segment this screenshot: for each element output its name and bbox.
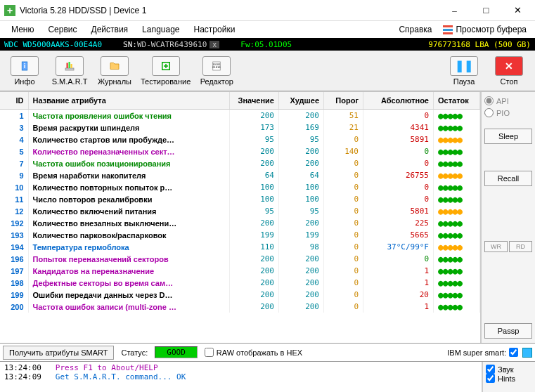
editor-icon: 1010101010 xyxy=(202,56,231,76)
test-tab[interactable]: Тестирование xyxy=(138,55,193,87)
col-worst[interactable]: Худшее xyxy=(279,92,324,110)
menu-item[interactable]: Действия xyxy=(84,22,136,37)
table-row[interactable]: 194Температура гермоблока11098037°C/99°F… xyxy=(0,241,480,253)
svg-rect-4 xyxy=(69,62,70,68)
passp-button[interactable]: Passp xyxy=(484,323,532,339)
pause-button[interactable]: ❚❚ Пауза xyxy=(442,55,486,87)
logs-tab[interactable]: Журналы xyxy=(93,55,136,87)
cell-threshold: 0 xyxy=(324,181,363,193)
cell-absolute: 5891 xyxy=(363,133,434,145)
pio-radio[interactable]: PIO xyxy=(484,108,532,117)
table-row[interactable]: 10Количество повторных попыток р…1001000… xyxy=(0,181,480,193)
cell-value: 95 xyxy=(230,133,279,145)
table-row[interactable]: 5Количество переназначенных сект…2002001… xyxy=(0,145,480,157)
rd-button[interactable]: RD xyxy=(509,241,532,252)
cell-id: 196 xyxy=(0,253,28,265)
cell-name: Количество парковок/распарковок xyxy=(28,229,230,241)
maximize-button[interactable]: □ xyxy=(470,1,502,20)
cell-threshold: 51 xyxy=(324,110,363,122)
table-row[interactable]: 3Время раскрутки шпинделя173169214341●●●… xyxy=(0,122,480,133)
tab-label: Журналы xyxy=(98,77,131,86)
cell-worst: 200 xyxy=(279,277,324,289)
status-bar: Получить атрибуты SMART Статус: GOOD RAW… xyxy=(0,343,535,361)
menu-item[interactable]: Настройки xyxy=(187,22,243,37)
col-absolute[interactable]: Абсолютное xyxy=(363,92,434,110)
info-close-icon[interactable]: x xyxy=(210,41,219,48)
logs-icon xyxy=(101,56,129,76)
cell-value: 95 xyxy=(230,205,279,217)
table-row[interactable]: 7Частота ошибок позиционирования20020000… xyxy=(0,157,480,169)
cell-absolute: 0 xyxy=(363,193,434,205)
api-radio[interactable]: API xyxy=(484,96,532,105)
cell-id: 7 xyxy=(0,157,28,169)
cell-value: 200 xyxy=(230,253,279,265)
ibm-smart-checkbox[interactable]: IBM super smart: xyxy=(447,348,518,357)
cell-worst: 200 xyxy=(279,110,324,122)
col-value[interactable]: Значение xyxy=(230,92,279,110)
table-row[interactable]: 4Количество стартов или пробужде…9595058… xyxy=(0,133,480,145)
cell-worst: 98 xyxy=(279,241,324,253)
view-buffer-label: Просмотр буфера xyxy=(456,25,527,34)
serial-number: WD-WCATR6439610 xyxy=(137,40,207,49)
menu-item[interactable]: Справка xyxy=(392,22,439,37)
sound-checkbox[interactable]: Звук xyxy=(486,365,532,374)
cell-value: 200 xyxy=(230,157,279,169)
col-id[interactable]: ID xyxy=(0,92,28,110)
recall-button[interactable]: Recall xyxy=(484,171,532,186)
wr-button[interactable]: WR xyxy=(484,241,508,252)
cell-id: 11 xyxy=(0,193,28,205)
get-smart-button[interactable]: Получить атрибуты SMART xyxy=(3,346,114,360)
table-scroll[interactable]: 1Частота проявления ошибок чтения2002005… xyxy=(0,110,480,343)
tab-label: Редактор xyxy=(200,77,233,86)
hints-checkbox[interactable]: Hints xyxy=(486,374,532,383)
col-name[interactable]: Название атрибута xyxy=(28,92,230,110)
cell-worst: 64 xyxy=(279,169,324,181)
table-row[interactable]: 199Ошибки передачи данных через D…200200… xyxy=(0,289,480,301)
cell-id: 5 xyxy=(0,145,28,157)
tab-label: Тестирование xyxy=(141,77,191,86)
cell-id: 9 xyxy=(0,169,28,181)
cell-remain: ●●●●● xyxy=(434,169,480,181)
menu-item[interactable]: Сервис xyxy=(41,22,84,37)
cell-worst: 169 xyxy=(279,122,324,133)
raw-hex-checkbox[interactable]: RAW отображать в HEX xyxy=(205,348,302,357)
view-buffer-button[interactable]: Просмотр буфера xyxy=(439,22,531,37)
col-threshold[interactable]: Порог xyxy=(324,92,363,110)
table-row[interactable]: 196Попыток переназначений секторов200200… xyxy=(0,253,480,265)
table-row[interactable]: 12Количество включений питания959505801●… xyxy=(0,205,480,217)
side-panel: API PIO Sleep Recall WR RD Passp xyxy=(482,92,535,343)
table-row[interactable]: 197Кандидатов на переназначение20020001●… xyxy=(0,265,480,277)
cell-name: Кандидатов на переназначение xyxy=(28,265,230,277)
table-row[interactable]: 11Число повторов рекалибровки10010000●●●… xyxy=(0,193,480,205)
editor-tab[interactable]: 1010101010 Редактор xyxy=(195,55,238,87)
smart-tab[interactable]: S.M.A.R.T xyxy=(48,55,91,87)
cell-value: 110 xyxy=(230,241,279,253)
table-row[interactable]: 198Дефектные секторы во время сам…200200… xyxy=(0,277,480,289)
sn-label: SN: xyxy=(123,40,137,49)
table-row[interactable]: 1Частота проявления ошибок чтения2002005… xyxy=(0,110,480,122)
col-remain[interactable]: Остаток xyxy=(434,92,480,110)
table-row[interactable]: 192Количество внезапных выключени…200200… xyxy=(0,217,480,229)
svg-rect-3 xyxy=(67,63,68,68)
minimize-button[interactable]: – xyxy=(439,1,470,20)
cell-absolute: 225 xyxy=(363,217,434,229)
cell-value: 100 xyxy=(230,181,279,193)
table-row[interactable]: 9Время наработки накопителя6464026755●●●… xyxy=(0,169,480,181)
device-model: WDC WD5000AAKS-00E4A0 xyxy=(4,40,102,49)
menu-item[interactable]: Меню xyxy=(4,22,41,37)
stop-button[interactable]: ✕ Стоп xyxy=(487,55,531,87)
tab-label: S.M.A.R.T xyxy=(52,77,88,86)
sleep-button[interactable]: Sleep xyxy=(484,129,532,144)
smart-table-body: 1Частота проявления ошибок чтения2002005… xyxy=(0,110,480,313)
table-row[interactable]: 193Количество парковок/распарковок199199… xyxy=(0,229,480,241)
cell-name: Количество внезапных выключени… xyxy=(28,217,230,229)
info-tab[interactable]: i Инфо xyxy=(3,55,46,87)
cell-id: 192 xyxy=(0,217,28,229)
log-text[interactable]: 13:24:00 Press F1 to About/HELP 13:24:09… xyxy=(0,362,482,392)
table-row[interactable]: 200Частота ошибок записи (multi-zone …20… xyxy=(0,301,480,313)
cell-worst: 100 xyxy=(279,193,324,205)
cell-threshold: 0 xyxy=(324,253,363,265)
menu-item[interactable]: Language xyxy=(135,22,186,37)
app-icon: + xyxy=(4,5,15,16)
close-button[interactable]: ✕ xyxy=(502,1,534,20)
